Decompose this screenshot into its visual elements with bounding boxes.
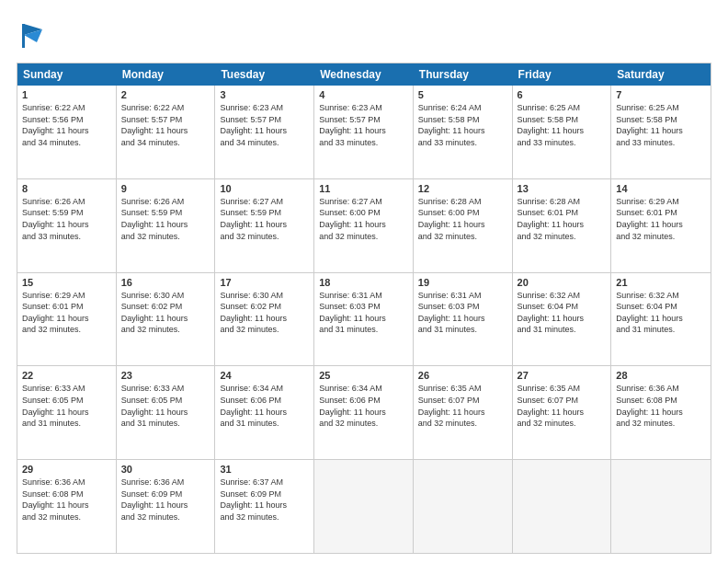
day-info: Sunrise: 6:34 AM Sunset: 6:06 PM Dayligh… [319,383,408,429]
day-info: Sunrise: 6:33 AM Sunset: 6:05 PM Dayligh… [22,383,111,429]
day-info: Sunrise: 6:32 AM Sunset: 6:04 PM Dayligh… [518,290,607,336]
calendar-week-5: 29Sunrise: 6:36 AM Sunset: 6:08 PM Dayli… [17,459,711,553]
day-number: 22 [22,370,111,381]
day-cell-23: 23Sunrise: 6:33 AM Sunset: 6:05 PM Dayli… [117,366,216,459]
day-number: 2 [121,89,210,100]
calendar: SundayMondayTuesdayWednesdayThursdayFrid… [17,63,711,554]
day-cell-31: 31Sunrise: 6:37 AM Sunset: 6:09 PM Dayli… [215,460,314,553]
day-number: 31 [220,464,309,475]
day-info: Sunrise: 6:24 AM Sunset: 5:58 PM Dayligh… [418,102,507,148]
day-cell-18: 18Sunrise: 6:31 AM Sunset: 6:03 PM Dayli… [314,273,414,366]
calendar-header-saturday: Saturday [611,63,711,86]
day-cell-21: 21Sunrise: 6:32 AM Sunset: 6:04 PM Dayli… [611,273,711,366]
day-cell-26: 26Sunrise: 6:35 AM Sunset: 6:07 PM Dayli… [414,366,513,459]
day-cell-17: 17Sunrise: 6:30 AM Sunset: 6:02 PM Dayli… [215,273,314,366]
day-cell-24: 24Sunrise: 6:34 AM Sunset: 6:06 PM Dayli… [215,366,314,459]
day-number: 25 [319,370,408,381]
calendar-body: 1Sunrise: 6:22 AM Sunset: 5:56 PM Daylig… [17,86,711,553]
day-cell-12: 12Sunrise: 6:28 AM Sunset: 6:00 PM Dayli… [414,179,513,272]
day-info: Sunrise: 6:29 AM Sunset: 6:01 PM Dayligh… [616,196,706,242]
day-number: 3 [220,89,309,100]
day-info: Sunrise: 6:31 AM Sunset: 6:03 PM Dayligh… [319,290,408,336]
day-cell-8: 8Sunrise: 6:26 AM Sunset: 5:59 PM Daylig… [17,179,117,272]
day-cell-3: 3Sunrise: 6:23 AM Sunset: 5:57 PM Daylig… [215,86,314,178]
day-cell-22: 22Sunrise: 6:33 AM Sunset: 6:05 PM Dayli… [17,366,117,459]
day-cell-25: 25Sunrise: 6:34 AM Sunset: 6:06 PM Dayli… [314,366,414,459]
day-number: 27 [518,370,607,381]
day-cell-19: 19Sunrise: 6:31 AM Sunset: 6:03 PM Dayli… [414,273,513,366]
empty-cell [513,460,612,553]
day-cell-13: 13Sunrise: 6:28 AM Sunset: 6:01 PM Dayli… [513,179,612,272]
day-info: Sunrise: 6:27 AM Sunset: 5:59 PM Dayligh… [220,196,309,242]
day-cell-5: 5Sunrise: 6:24 AM Sunset: 5:58 PM Daylig… [414,86,513,178]
calendar-header: SundayMondayTuesdayWednesdayThursdayFrid… [17,63,711,86]
day-number: 19 [418,277,507,288]
day-cell-4: 4Sunrise: 6:23 AM Sunset: 5:57 PM Daylig… [314,86,414,178]
day-info: Sunrise: 6:37 AM Sunset: 6:09 PM Dayligh… [220,477,309,523]
day-number: 12 [418,183,507,194]
day-number: 24 [220,370,309,381]
day-number: 10 [220,183,309,194]
day-number: 9 [121,183,210,194]
day-number: 5 [418,89,507,100]
day-cell-14: 14Sunrise: 6:29 AM Sunset: 6:01 PM Dayli… [611,179,711,272]
day-cell-11: 11Sunrise: 6:27 AM Sunset: 6:00 PM Dayli… [314,179,414,272]
calendar-week-2: 8Sunrise: 6:26 AM Sunset: 5:59 PM Daylig… [17,178,711,272]
day-cell-28: 28Sunrise: 6:36 AM Sunset: 6:08 PM Dayli… [611,366,711,459]
day-info: Sunrise: 6:36 AM Sunset: 6:08 PM Dayligh… [22,477,111,523]
day-cell-2: 2Sunrise: 6:22 AM Sunset: 5:57 PM Daylig… [117,86,216,178]
day-number: 20 [518,277,607,288]
day-info: Sunrise: 6:33 AM Sunset: 6:05 PM Dayligh… [121,383,210,429]
day-info: Sunrise: 6:31 AM Sunset: 6:03 PM Dayligh… [418,290,507,336]
day-info: Sunrise: 6:22 AM Sunset: 5:56 PM Dayligh… [22,102,111,148]
day-info: Sunrise: 6:30 AM Sunset: 6:02 PM Dayligh… [121,290,210,336]
day-info: Sunrise: 6:35 AM Sunset: 6:07 PM Dayligh… [418,383,507,429]
day-number: 28 [616,370,706,381]
day-number: 8 [22,183,111,194]
day-number: 23 [121,370,210,381]
day-number: 15 [22,277,111,288]
header [17,17,711,53]
calendar-header-tuesday: Tuesday [215,63,314,86]
day-info: Sunrise: 6:27 AM Sunset: 6:00 PM Dayligh… [319,196,408,242]
calendar-header-monday: Monday [117,63,216,86]
day-number: 21 [616,277,706,288]
day-number: 26 [418,370,507,381]
calendar-header-friday: Friday [513,63,612,86]
day-number: 29 [22,464,111,475]
day-info: Sunrise: 6:22 AM Sunset: 5:57 PM Dayligh… [121,102,210,148]
empty-cell [314,460,414,553]
day-number: 16 [121,277,210,288]
day-number: 6 [518,89,607,100]
calendar-header-wednesday: Wednesday [314,63,414,86]
day-info: Sunrise: 6:23 AM Sunset: 5:57 PM Dayligh… [319,102,408,148]
svg-rect-2 [22,24,25,48]
day-info: Sunrise: 6:26 AM Sunset: 5:59 PM Dayligh… [22,196,111,242]
day-info: Sunrise: 6:26 AM Sunset: 5:59 PM Dayligh… [121,196,210,242]
day-number: 18 [319,277,408,288]
day-number: 30 [121,464,210,475]
day-number: 7 [616,89,706,100]
day-number: 4 [319,89,408,100]
day-cell-10: 10Sunrise: 6:27 AM Sunset: 5:59 PM Dayli… [215,179,314,272]
day-info: Sunrise: 6:35 AM Sunset: 6:07 PM Dayligh… [518,383,607,429]
calendar-header-thursday: Thursday [414,63,513,86]
logo-icon [17,17,53,53]
empty-cell [414,460,513,553]
calendar-header-sunday: Sunday [17,63,117,86]
day-number: 13 [518,183,607,194]
day-cell-7: 7Sunrise: 6:25 AM Sunset: 5:58 PM Daylig… [611,86,711,178]
day-info: Sunrise: 6:28 AM Sunset: 6:01 PM Dayligh… [518,196,607,242]
day-info: Sunrise: 6:28 AM Sunset: 6:00 PM Dayligh… [418,196,507,242]
day-info: Sunrise: 6:36 AM Sunset: 6:08 PM Dayligh… [616,383,706,429]
day-cell-27: 27Sunrise: 6:35 AM Sunset: 6:07 PM Dayli… [513,366,612,459]
day-cell-16: 16Sunrise: 6:30 AM Sunset: 6:02 PM Dayli… [117,273,216,366]
page: SundayMondayTuesdayWednesdayThursdayFrid… [0,0,728,563]
day-number: 11 [319,183,408,194]
day-info: Sunrise: 6:23 AM Sunset: 5:57 PM Dayligh… [220,102,309,148]
day-info: Sunrise: 6:25 AM Sunset: 5:58 PM Dayligh… [616,102,706,148]
day-cell-1: 1Sunrise: 6:22 AM Sunset: 5:56 PM Daylig… [17,86,117,178]
day-cell-30: 30Sunrise: 6:36 AM Sunset: 6:09 PM Dayli… [117,460,216,553]
day-cell-15: 15Sunrise: 6:29 AM Sunset: 6:01 PM Dayli… [17,273,117,366]
day-info: Sunrise: 6:30 AM Sunset: 6:02 PM Dayligh… [220,290,309,336]
